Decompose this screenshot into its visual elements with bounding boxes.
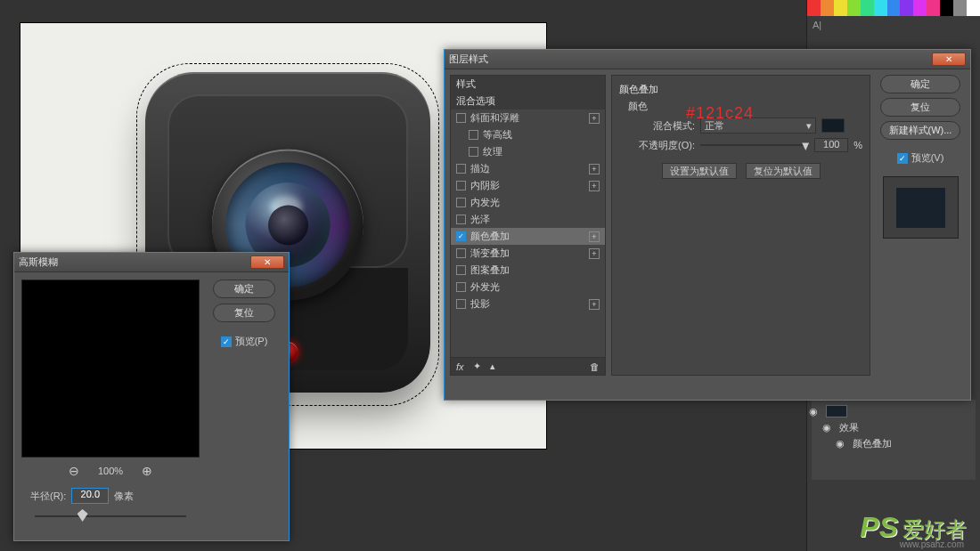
style-checkbox[interactable] [456, 181, 466, 190]
style-checkbox[interactable] [456, 215, 466, 224]
style-item-描边[interactable]: 描边+ [451, 160, 605, 177]
preview-checkbox[interactable]: ✓ 预览(V) [897, 151, 944, 165]
close-button[interactable]: ✕ [932, 53, 966, 66]
preview-checkbox[interactable]: ✓ 预览(P) [221, 335, 268, 348]
dialog-titlebar[interactable]: 图层样式 ✕ [445, 50, 970, 69]
expand-icon[interactable]: + [589, 181, 600, 191]
style-item-斜面和浮雕[interactable]: 斜面和浮雕+ [451, 109, 605, 126]
fx-toolbar[interactable]: fx ✦ ▴ 🗑 [450, 358, 606, 376]
style-checkbox[interactable] [456, 248, 466, 258]
zoom-in-icon[interactable]: ⊕ [139, 463, 155, 479]
delete-icon[interactable]: 🗑 [590, 361, 600, 372]
style-item-等高线[interactable]: 等高线 [451, 126, 605, 143]
dialog-actions-column: 确定 复位 新建样式(W)... ✓ 预览(V) [876, 75, 965, 376]
expand-icon[interactable]: + [589, 299, 600, 310]
blur-preview[interactable] [21, 280, 200, 458]
swatch[interactable] [834, 0, 847, 16]
swatch[interactable] [887, 0, 901, 16]
slider-thumb[interactable] [802, 140, 809, 150]
visibility-icon[interactable]: ◉ [808, 406, 819, 417]
style-item-内阴影[interactable]: 内阴影+ [451, 177, 605, 194]
watermark-url: www.psahz.com [900, 539, 964, 549]
style-item-纹理[interactable]: 纹理 [451, 143, 605, 160]
ok-button[interactable]: 确定 [880, 75, 960, 93]
style-checkbox[interactable] [456, 113, 466, 123]
opacity-input[interactable]: 100 [814, 138, 848, 152]
new-style-button[interactable]: 新建样式(W)... [880, 121, 960, 140]
fx-label: fx [456, 361, 464, 372]
lens-aperture [268, 205, 308, 245]
expand-icon[interactable]: + [589, 248, 600, 259]
swatch[interactable] [900, 0, 913, 16]
swatch[interactable] [913, 0, 927, 16]
blend-mode-label: 混合模式: [628, 119, 695, 133]
layers-panel[interactable]: ◉ ◉效果 ◉颜色叠加 [812, 400, 976, 480]
expand-icon[interactable]: + [589, 231, 600, 242]
visibility-icon[interactable]: ◉ [821, 422, 832, 433]
style-item-图案叠加[interactable]: 图案叠加 [451, 262, 605, 279]
style-checkbox[interactable] [456, 164, 466, 174]
style-item-投影[interactable]: 投影+ [451, 296, 605, 312]
style-item-内发光[interactable]: 内发光 [451, 194, 605, 211]
style-label: 图案叠加 [470, 263, 510, 277]
style-label: 内阴影 [470, 179, 500, 192]
style-checkbox[interactable] [456, 265, 466, 275]
swatch[interactable] [807, 0, 821, 16]
style-checkbox[interactable] [469, 130, 478, 140]
swatch[interactable] [953, 0, 967, 16]
reset-default-button[interactable]: 复位为默认值 [746, 163, 821, 179]
opacity-label: 不透明度(O): [628, 139, 695, 152]
style-label: 渐变叠加 [470, 247, 510, 260]
up-icon[interactable]: ▴ [490, 361, 495, 372]
close-button[interactable]: ✕ [250, 255, 284, 269]
style-item-光泽[interactable]: 光泽 [451, 211, 605, 228]
style-options-panel: #121c24 颜色叠加 颜色 混合模式: 正常 ▾ 不透明度(O): 100 … [611, 75, 870, 376]
swatch[interactable] [940, 0, 953, 16]
reset-button[interactable]: 复位 [880, 98, 960, 117]
reset-button[interactable]: 复位 [213, 304, 275, 322]
styles-header[interactable]: 样式 [451, 76, 605, 93]
style-item-渐变叠加[interactable]: 渐变叠加+ [451, 245, 605, 262]
zoom-out-icon[interactable]: ⊖ [66, 463, 82, 479]
style-checkbox[interactable] [456, 299, 466, 309]
style-label: 内发光 [470, 196, 500, 209]
style-checkbox[interactable]: ✓ [456, 231, 466, 241]
color-swatches[interactable] [807, 0, 980, 16]
swatch[interactable] [927, 0, 940, 16]
radius-unit: 像素 [114, 490, 134, 503]
style-checkbox[interactable] [469, 147, 478, 157]
style-checkbox[interactable] [456, 282, 466, 292]
style-label: 描边 [470, 162, 490, 175]
visibility-icon[interactable]: ◉ [835, 438, 845, 449]
style-label: 颜色叠加 [470, 230, 510, 243]
preview-label: 预览(P) [235, 335, 268, 348]
opacity-slider[interactable] [700, 144, 809, 146]
checkbox-icon: ✓ [897, 153, 908, 164]
layer-style-dialog[interactable]: 图层样式 ✕ 样式 混合选项 斜面和浮雕+等高线纹理描边+内阴影+内发光光泽✓颜… [444, 49, 971, 401]
add-fx-icon[interactable]: ✦ [473, 361, 481, 372]
swatch[interactable] [847, 0, 861, 16]
dialog-titlebar[interactable]: 高斯模糊 ✕ [14, 253, 289, 272]
hex-annotation: #121c24 [686, 104, 754, 123]
blend-options-header[interactable]: 混合选项 [451, 93, 605, 109]
set-default-button[interactable]: 设置为默认值 [662, 163, 737, 179]
swatch[interactable] [967, 0, 980, 16]
color-swatch[interactable] [821, 118, 845, 133]
ok-button[interactable]: 确定 [213, 280, 275, 298]
radius-input[interactable]: 20.0 [71, 488, 109, 504]
swatch[interactable] [874, 0, 887, 16]
swatch[interactable] [821, 0, 834, 16]
slider-thumb[interactable] [78, 509, 88, 522]
text-tool-icon: A| [807, 16, 980, 34]
styles-list[interactable]: 样式 混合选项 斜面和浮雕+等高线纹理描边+内阴影+内发光光泽✓颜色叠加+渐变叠… [450, 75, 606, 358]
gaussian-blur-dialog[interactable]: 高斯模糊 ✕ ⊖ 100% ⊕ 半径(R): 20.0 像素 确定 复位 ✓ [13, 252, 290, 541]
style-item-颜色叠加[interactable]: ✓颜色叠加+ [451, 228, 605, 245]
style-item-外发光[interactable]: 外发光 [451, 279, 605, 296]
swatch[interactable] [861, 0, 874, 16]
expand-icon[interactable]: + [589, 164, 600, 174]
radius-slider[interactable] [35, 509, 186, 523]
expand-icon[interactable]: + [589, 113, 600, 124]
layer-fx-label: 效果 [839, 421, 859, 434]
style-checkbox[interactable] [456, 198, 466, 207]
zoom-level: 100% [98, 466, 123, 476]
